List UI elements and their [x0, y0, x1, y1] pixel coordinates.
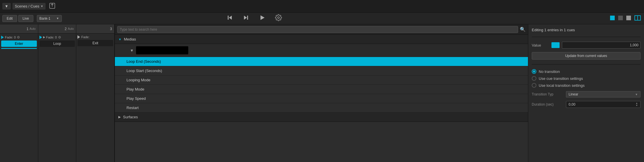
- duration-label: Duration (sec): [532, 102, 564, 106]
- scenes-cues-dropdown[interactable]: Scenes / Cues ▼: [12, 3, 46, 10]
- medias-section-header[interactable]: ▼ Medias: [115, 35, 528, 44]
- cue-play-icon-3: [77, 35, 80, 39]
- cue-cell-2: 2 Auto: [38, 24, 77, 33]
- bank-dropdown[interactable]: Bank-1 ▼: [37, 15, 62, 22]
- radio-local-transition-circle: [532, 83, 536, 88]
- tree-item-looping-mode[interactable]: Looping Mode: [115, 76, 528, 85]
- surfaces-chevron-icon: ▶: [118, 115, 121, 119]
- main-content: 1 Auto 2 Auto 3 Fade: 0 ⚙ Enter: [0, 24, 644, 162]
- view-light-square-button[interactable]: [625, 15, 632, 22]
- duration-row: Duration (sec) 0,00 ▲ ▼: [532, 101, 641, 108]
- duration-stepper: ▲ ▼: [636, 102, 638, 107]
- tree-item-play-speed[interactable]: Play Speed: [115, 94, 528, 103]
- media-sub-item: ▼: [115, 44, 528, 57]
- search-icon: 🔍: [520, 27, 526, 32]
- svg-point-7: [278, 17, 279, 19]
- transport-next-icon: [243, 14, 249, 21]
- cue-indicator-1: [1, 48, 37, 49]
- cue-cell-3: 3: [76, 24, 115, 33]
- transition-type-row: Transition Typ Linear ▼: [532, 91, 641, 97]
- medias-chevron-icon: ▼: [118, 38, 122, 41]
- tree-item-restart-label: Restart: [126, 106, 139, 110]
- edit-button[interactable]: Edit: [2, 15, 17, 22]
- cue-play-icon-2: [39, 36, 42, 39]
- transport-prev-button[interactable]: [225, 13, 234, 24]
- cue-gear-icon-1[interactable]: ⚙: [17, 35, 20, 39]
- transport-controls: [225, 13, 283, 24]
- cue-number-3: 3: [110, 27, 112, 31]
- bank-dropdown-arrow-icon: ▼: [56, 17, 59, 20]
- cue-play-icon-1: [1, 36, 4, 39]
- radio-local-transition[interactable]: Use local transition settings: [532, 83, 641, 88]
- tree-item-play-mode[interactable]: Play Mode: [115, 85, 528, 94]
- search-bar: 🔍: [115, 24, 528, 35]
- medias-tree: ▼ Medias ▼ Loop End (Seconds) Loop Start…: [115, 35, 528, 162]
- cue-auto-1: Auto: [30, 27, 36, 30]
- cue-number-row: 1 Auto 2 Auto 3: [0, 24, 115, 34]
- top-bar: ▼ Scenes / Cues ▼: [0, 0, 644, 13]
- cue-play-icon-2b: [43, 36, 45, 38]
- cue-col-2: Fade: 0 ⚙ Loop: [38, 34, 77, 162]
- cue-label-1[interactable]: Enter: [1, 41, 37, 47]
- cue-gear-icon-2[interactable]: ⚙: [58, 35, 61, 39]
- transport-play-button[interactable]: [258, 13, 267, 24]
- cue-fade-1: Fade: 0: [5, 36, 16, 39]
- scenes-cues-label: Scenes / Cues: [15, 4, 39, 8]
- cue-label-2[interactable]: Loop: [39, 41, 75, 47]
- prop-divider-2: [532, 64, 641, 65]
- value-color-swatch[interactable]: [551, 42, 560, 48]
- svg-rect-3: [228, 16, 229, 20]
- cue-cell-1: 1 Auto: [0, 24, 38, 33]
- panel-layout-button[interactable]: [634, 14, 642, 22]
- cue-fade-2: Fade: 0: [46, 36, 57, 39]
- live-button[interactable]: Live: [18, 15, 33, 22]
- cue-label-3[interactable]: Exit: [77, 40, 113, 46]
- value-input[interactable]: [562, 42, 641, 49]
- sub-item-bar: [136, 46, 188, 54]
- search-input[interactable]: [117, 26, 518, 33]
- export-button[interactable]: [47, 1, 57, 11]
- cue-header-2: Fade: 0 ⚙: [39, 35, 75, 40]
- svg-rect-5: [247, 16, 248, 20]
- transport-settings-button[interactable]: [274, 13, 283, 24]
- tree-item-restart[interactable]: Restart: [115, 103, 528, 113]
- surfaces-section-header[interactable]: ▶ Surfaces: [115, 113, 528, 122]
- radio-no-transition-label: No transition: [539, 69, 560, 74]
- prop-title: Editing 1 entries in 1 cues: [532, 28, 641, 32]
- update-btn[interactable]: Update from current values: [532, 52, 641, 60]
- transition-type-label: Transition Typ: [532, 92, 564, 96]
- transition-type-dropdown-arrow-icon: ▼: [635, 93, 638, 96]
- cue-number-1: 1: [26, 27, 28, 31]
- transport-prev-icon: [226, 14, 233, 21]
- toolbar-row: Edit Live Bank-1 ▼: [0, 13, 644, 24]
- value-label: Value: [532, 43, 549, 47]
- tree-item-loop-start[interactable]: Loop Start (Seconds): [115, 66, 528, 76]
- radio-no-transition-circle: [532, 69, 536, 74]
- duration-stepper-down[interactable]: ▼: [636, 104, 638, 107]
- panel-layout-icon: [634, 15, 641, 21]
- transition-type-dropdown[interactable]: Linear ▼: [566, 91, 641, 97]
- cue-col-3: Fade: Exit: [76, 34, 115, 162]
- view-dark-square-button[interactable]: [617, 15, 624, 22]
- svg-marker-2: [229, 16, 232, 20]
- radio-cue-transition-label: Use cue transition settings: [539, 76, 583, 81]
- tree-item-loop-start-label: Loop Start (Seconds): [126, 69, 162, 73]
- prop-divider-1: [532, 37, 641, 37]
- view-blue-square-button[interactable]: [609, 15, 616, 22]
- radio-no-transition[interactable]: No transition: [532, 69, 641, 74]
- tree-item-play-mode-label: Play Mode: [126, 87, 144, 91]
- blue-square-icon: [610, 16, 615, 20]
- duration-value: 0,00: [569, 102, 575, 106]
- tree-item-looping-mode-label: Looping Mode: [126, 78, 150, 82]
- radio-local-transition-label: Use local transition settings: [539, 83, 585, 88]
- radio-cue-transition[interactable]: Use cue transition settings: [532, 76, 641, 81]
- tree-item-loop-end[interactable]: Loop End (Seconds): [115, 57, 528, 66]
- cue-auto-2: Auto: [68, 27, 74, 30]
- dropdown-btn-arrow[interactable]: ▼: [2, 3, 11, 10]
- dropdown-arrow-icon: ▼: [5, 4, 8, 8]
- transport-next-button[interactable]: [241, 13, 251, 24]
- cues-panel: 1 Auto 2 Auto 3 Fade: 0 ⚙ Enter: [0, 24, 115, 162]
- tree-item-play-speed-label: Play Speed: [126, 96, 146, 101]
- transport-settings-icon: [275, 14, 282, 21]
- value-row: Value: [532, 42, 641, 49]
